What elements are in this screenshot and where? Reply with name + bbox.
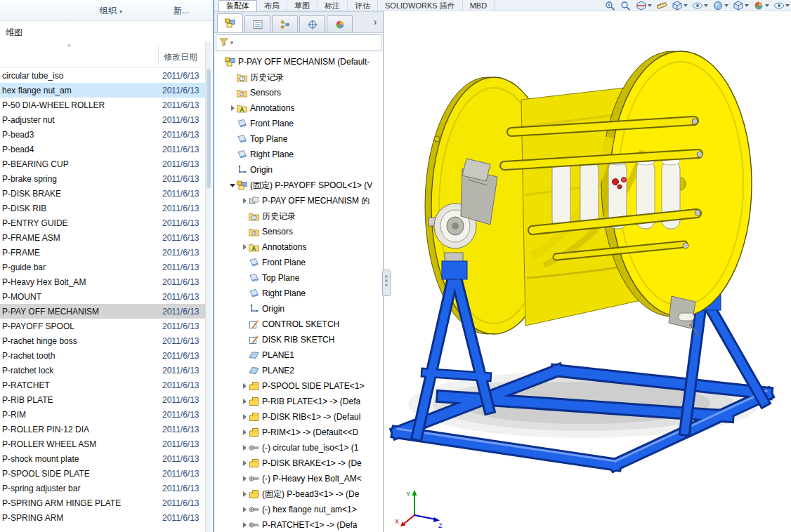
tree-item[interactable]: Sensors xyxy=(214,85,383,100)
panel-splitter-handle[interactable] xyxy=(382,270,391,296)
command-tab-草图[interactable]: 草图 xyxy=(287,1,318,11)
file-row[interactable]: P-DISK BRAKE2011/6/13 xyxy=(0,186,205,201)
organize-button[interactable]: 组织▼ xyxy=(100,5,123,17)
tree-item[interactable]: DISK RIB SKETCH xyxy=(214,332,383,347)
tree-item[interactable]: Origin xyxy=(214,162,383,178)
expand-arrow-icon[interactable] xyxy=(229,105,236,111)
tree-item[interactable]: Right Plane xyxy=(214,286,383,301)
expand-arrow-icon[interactable] xyxy=(241,244,248,250)
filter-funnel-icon[interactable] xyxy=(219,36,228,49)
tree-item[interactable]: PLANE1 xyxy=(214,347,383,363)
apply-scene-icon[interactable] xyxy=(753,1,769,11)
configurationmanager-tab[interactable] xyxy=(272,15,298,32)
tree-item[interactable]: Top Plane xyxy=(214,270,383,286)
file-row[interactable]: P-FRAME ASM2011/6/13 xyxy=(0,230,205,245)
command-tab-布局[interactable]: 布局 xyxy=(257,1,287,11)
view-settings-icon[interactable] xyxy=(773,1,790,11)
file-row[interactable]: P-PAY OFF MECHANISM2011/6/13 xyxy=(0,304,205,319)
measure-icon[interactable] xyxy=(656,1,667,11)
featuremanager-tab[interactable] xyxy=(217,13,243,32)
file-row[interactable]: circular tube_iso2011/6/13 xyxy=(0,68,205,83)
expand-arrow-icon[interactable] xyxy=(241,491,248,497)
file-row[interactable]: P-bead32011/6/13 xyxy=(0,127,205,142)
tree-item[interactable]: 历史记录 xyxy=(214,69,383,85)
file-row[interactable]: P-ROLLER PIN-12 DIA2011/6/13 xyxy=(0,422,205,437)
zoom-fit-icon[interactable] xyxy=(620,1,632,11)
file-row[interactable]: P-SPOOL SIDE PLATE2011/6/13 xyxy=(0,466,205,481)
expand-arrow-icon[interactable] xyxy=(241,460,248,466)
filter-caret-icon[interactable]: ▼ xyxy=(230,41,234,45)
sort-indicator-icon[interactable]: ^ xyxy=(67,44,71,51)
expand-arrow-icon[interactable] xyxy=(241,414,248,420)
file-row[interactable]: P-shock mount plate2011/6/13 xyxy=(0,451,205,466)
file-row[interactable]: P-BEARING CUP2011/6/13 xyxy=(0,157,205,171)
tree-item[interactable]: Sensors xyxy=(214,224,383,239)
flyout-arrow-icon[interactable]: › xyxy=(370,17,380,27)
command-tab-MBD[interactable]: MBD xyxy=(463,1,495,11)
scrollbar-thumb[interactable] xyxy=(207,69,211,188)
tree-item[interactable]: 历史记录 xyxy=(214,208,383,224)
expand-arrow-icon[interactable] xyxy=(229,184,236,187)
file-row[interactable]: P-50 DIA-WHEEL ROLLER2011/6/13 xyxy=(0,98,205,112)
file-row[interactable]: P-Heavy Hex Bolt_AM2011/6/13 xyxy=(0,274,205,289)
tree-item[interactable]: (-) P-Heavy Hex Bolt_AM< xyxy=(214,471,383,486)
expand-arrow-icon[interactable] xyxy=(241,383,248,389)
tree-item[interactable]: PLANE2 xyxy=(214,363,383,378)
file-row[interactable]: P-SPRING ARM HINGE PLATE2011/6/13 xyxy=(0,496,205,510)
file-row[interactable]: P-guide bar2011/6/13 xyxy=(0,260,205,274)
tree-item[interactable]: Top Plane xyxy=(214,131,383,147)
file-row[interactable]: P-adjuster nut2011/6/13 xyxy=(0,112,205,127)
expand-arrow-icon[interactable] xyxy=(241,399,248,404)
view-orientation-icon[interactable] xyxy=(733,1,749,11)
tree-item[interactable]: P-SPOOL SIDE PLATE<1> xyxy=(214,378,383,394)
command-tab-标注[interactable]: 标注 xyxy=(318,1,348,11)
tree-item[interactable]: P-RATCHET<1> -> (Defa xyxy=(214,517,383,532)
file-row[interactable]: P-SPRING ARM2011/6/13 xyxy=(0,510,205,525)
tree-item[interactable]: CONTROL SKETCH xyxy=(214,317,383,332)
tree-filter-bar[interactable]: ▼ xyxy=(216,34,381,51)
tree-item[interactable]: Front Plane xyxy=(214,116,383,131)
file-row[interactable]: P-RIM2011/6/13 xyxy=(0,407,205,422)
command-tab-SOLIDWORKS 插件[interactable]: SOLIDWORKS 插件 xyxy=(378,1,463,11)
tree-item[interactable]: P-RIB PLATE<1> -> (Defa xyxy=(214,394,383,409)
expand-arrow-icon[interactable] xyxy=(241,198,248,204)
zoom-to-area-icon[interactable] xyxy=(605,1,616,11)
expand-arrow-icon[interactable] xyxy=(241,522,248,528)
tree-item[interactable]: Origin xyxy=(214,301,383,317)
command-tab-评估[interactable]: 评估 xyxy=(348,1,378,11)
tree-item[interactable]: (-) circular tube_iso<1> (1 xyxy=(214,440,383,455)
hide-show-items-icon[interactable] xyxy=(692,1,708,11)
file-row[interactable]: P-ratchet lock2011/6/13 xyxy=(0,363,205,378)
expand-arrow-icon[interactable] xyxy=(241,507,248,512)
propertymanager-tab[interactable] xyxy=(244,15,270,32)
tree-item[interactable]: Annotations xyxy=(214,239,383,255)
tree-item[interactable]: Front Plane xyxy=(214,255,383,270)
file-row[interactable]: P-ROLLER WHEEL ASM2011/6/13 xyxy=(0,437,205,451)
file-row[interactable]: P-MOUNT2011/6/13 xyxy=(0,289,205,304)
command-tab-装配体[interactable]: 装配体 xyxy=(218,0,257,11)
tree-item[interactable]: Annotations xyxy=(214,100,383,116)
tree-item[interactable]: P-DISK BRAKE<1> -> (De xyxy=(214,455,383,471)
file-row[interactable]: P-bead42011/6/13 xyxy=(0,142,205,157)
file-list-scrollbar[interactable] xyxy=(205,42,211,532)
tree-item[interactable]: P-DISK RIB<1> -> (Defaul xyxy=(214,409,383,425)
tree-item[interactable]: P-PAY OFF MECHANISM 的 xyxy=(214,193,383,208)
expand-arrow-icon[interactable] xyxy=(241,430,248,435)
tree-item[interactable]: P-RIM<1> -> (Default<<D xyxy=(214,425,383,440)
file-row[interactable]: P-RATCHET2011/6/13 xyxy=(0,378,205,392)
new-folder-button[interactable]: 新... xyxy=(174,5,189,17)
file-row[interactable]: P-rachet tooth2011/6/13 xyxy=(0,348,205,363)
displaymanager-tab[interactable] xyxy=(327,15,353,32)
file-row[interactable]: P-RIB PLATE2011/6/13 xyxy=(0,392,205,407)
date-column-header[interactable]: 修改日期 xyxy=(164,51,197,63)
file-row[interactable]: P-brake spring2011/6/13 xyxy=(0,171,205,186)
payoff-spool-model[interactable] xyxy=(384,11,791,532)
graphics-viewport[interactable]: Y X Z xyxy=(383,11,791,532)
edit-appearance-icon[interactable] xyxy=(712,1,728,11)
dimxpertmanager-tab[interactable] xyxy=(299,15,325,32)
tree-item[interactable]: (固定) P-bead3<1> -> (De xyxy=(214,486,383,502)
file-row[interactable]: P-DISK RIB2011/6/13 xyxy=(0,201,205,215)
expand-arrow-icon[interactable] xyxy=(241,476,248,481)
display-style-icon[interactable] xyxy=(672,1,688,11)
tree-item[interactable]: (-) hex flange nut_am<1> xyxy=(214,502,383,517)
